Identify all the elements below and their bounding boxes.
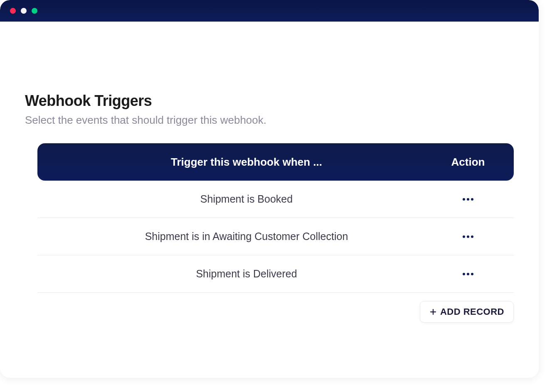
action-cell: [439, 232, 497, 241]
window-titlebar: [0, 0, 539, 22]
table-row: Shipment is Booked: [37, 181, 514, 218]
table-header-row: Trigger this webhook when ... Action: [37, 143, 514, 181]
app-window: Webhook Triggers Select the events that …: [0, 0, 539, 378]
page-subtitle: Select the events that should trigger th…: [25, 114, 514, 127]
column-header-action: Action: [439, 156, 497, 169]
action-cell: [439, 195, 497, 204]
main-content: Webhook Triggers Select the events that …: [0, 22, 539, 323]
table-row: Shipment is in Awaiting Customer Collect…: [37, 218, 514, 255]
window-minimize-button[interactable]: [21, 8, 27, 14]
plus-icon: [429, 308, 437, 316]
page-title: Webhook Triggers: [25, 92, 514, 110]
more-actions-icon[interactable]: [459, 232, 477, 241]
window-maximize-button[interactable]: [32, 8, 37, 14]
table-footer-actions: ADD RECORD: [50, 301, 514, 323]
add-record-button[interactable]: ADD RECORD: [420, 301, 514, 323]
more-actions-icon[interactable]: [459, 195, 477, 204]
trigger-cell: Shipment is Delivered: [54, 268, 439, 280]
triggers-table: Trigger this webhook when ... Action Shi…: [37, 143, 514, 323]
trigger-cell: Shipment is Booked: [54, 193, 439, 205]
action-cell: [439, 270, 497, 279]
add-record-label: ADD RECORD: [440, 306, 504, 317]
table-row: Shipment is Delivered: [37, 255, 514, 293]
column-header-trigger: Trigger this webhook when ...: [54, 156, 439, 169]
window-close-button[interactable]: [10, 8, 16, 14]
trigger-cell: Shipment is in Awaiting Customer Collect…: [54, 230, 439, 243]
more-actions-icon[interactable]: [459, 270, 477, 279]
